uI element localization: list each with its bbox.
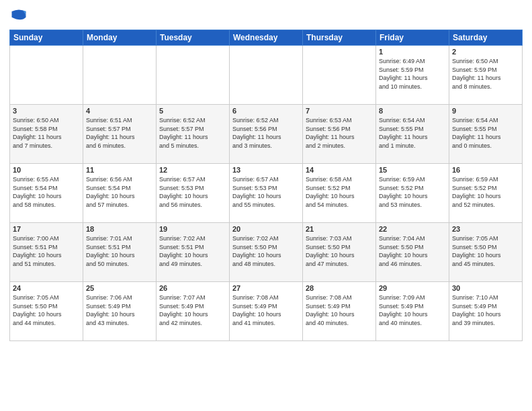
calendar-cell: 26Sunrise: 7:07 AM Sunset: 5:49 PM Dayli… bbox=[157, 282, 230, 341]
day-number: 13 bbox=[232, 166, 300, 174]
day-number: 19 bbox=[159, 225, 226, 233]
day-info: Sunrise: 6:56 AM Sunset: 5:54 PM Dayligh… bbox=[86, 175, 153, 209]
calendar-cell: 3Sunrise: 6:50 AM Sunset: 5:58 PM Daylig… bbox=[10, 105, 83, 164]
weekday-header-wednesday: Wednesday bbox=[230, 30, 303, 46]
day-info: Sunrise: 7:00 AM Sunset: 5:51 PM Dayligh… bbox=[13, 234, 80, 268]
calendar-cell bbox=[157, 46, 230, 105]
day-info: Sunrise: 6:54 AM Sunset: 5:55 PM Dayligh… bbox=[452, 116, 519, 150]
calendar-cell: 2Sunrise: 6:50 AM Sunset: 5:59 PM Daylig… bbox=[449, 46, 523, 105]
day-info: Sunrise: 6:52 AM Sunset: 5:56 PM Dayligh… bbox=[232, 116, 300, 150]
calendar-cell: 22Sunrise: 7:04 AM Sunset: 5:50 PM Dayli… bbox=[376, 223, 449, 282]
day-number: 3 bbox=[13, 107, 80, 115]
day-info: Sunrise: 6:58 AM Sunset: 5:52 PM Dayligh… bbox=[306, 175, 373, 209]
day-number: 12 bbox=[159, 166, 226, 174]
day-number: 11 bbox=[86, 166, 153, 174]
weekday-header-row: SundayMondayTuesdayWednesdayThursdayFrid… bbox=[10, 30, 523, 46]
day-info: Sunrise: 6:53 AM Sunset: 5:56 PM Dayligh… bbox=[306, 116, 373, 150]
calendar-cell: 7Sunrise: 6:53 AM Sunset: 5:56 PM Daylig… bbox=[303, 105, 376, 164]
day-info: Sunrise: 7:01 AM Sunset: 5:51 PM Dayligh… bbox=[86, 234, 153, 268]
day-info: Sunrise: 6:59 AM Sunset: 5:52 PM Dayligh… bbox=[379, 175, 446, 209]
calendar-cell: 11Sunrise: 6:56 AM Sunset: 5:54 PM Dayli… bbox=[83, 164, 157, 223]
calendar-cell bbox=[230, 46, 303, 105]
calendar-cell: 21Sunrise: 7:03 AM Sunset: 5:50 PM Dayli… bbox=[303, 223, 376, 282]
weekday-header-saturday: Saturday bbox=[449, 30, 523, 46]
day-number: 30 bbox=[452, 284, 519, 292]
calendar-cell: 16Sunrise: 6:59 AM Sunset: 5:52 PM Dayli… bbox=[449, 164, 523, 223]
calendar-cell: 1Sunrise: 6:49 AM Sunset: 5:59 PM Daylig… bbox=[376, 46, 449, 105]
calendar-cell bbox=[303, 46, 376, 105]
calendar-cell: 29Sunrise: 7:09 AM Sunset: 5:49 PM Dayli… bbox=[376, 282, 449, 341]
calendar-cell: 5Sunrise: 6:52 AM Sunset: 5:57 PM Daylig… bbox=[157, 105, 230, 164]
page: SundayMondayTuesdayWednesdayThursdayFrid… bbox=[0, 0, 532, 348]
day-number: 29 bbox=[379, 284, 446, 292]
calendar-cell: 24Sunrise: 7:05 AM Sunset: 5:50 PM Dayli… bbox=[10, 282, 83, 341]
calendar-cell: 30Sunrise: 7:10 AM Sunset: 5:49 PM Dayli… bbox=[449, 282, 523, 341]
calendar-cell: 18Sunrise: 7:01 AM Sunset: 5:51 PM Dayli… bbox=[83, 223, 157, 282]
calendar-cell: 14Sunrise: 6:58 AM Sunset: 5:52 PM Dayli… bbox=[303, 164, 376, 223]
day-number: 7 bbox=[306, 107, 373, 115]
day-number: 14 bbox=[306, 166, 373, 174]
day-number: 27 bbox=[232, 284, 300, 292]
day-info: Sunrise: 7:09 AM Sunset: 5:49 PM Dayligh… bbox=[379, 293, 446, 327]
header bbox=[9, 7, 523, 26]
day-info: Sunrise: 7:02 AM Sunset: 5:50 PM Dayligh… bbox=[232, 234, 300, 268]
calendar-cell: 23Sunrise: 7:05 AM Sunset: 5:50 PM Dayli… bbox=[449, 223, 523, 282]
weekday-header-sunday: Sunday bbox=[10, 30, 83, 46]
calendar-row-3: 17Sunrise: 7:00 AM Sunset: 5:51 PM Dayli… bbox=[10, 223, 523, 282]
day-info: Sunrise: 6:52 AM Sunset: 5:57 PM Dayligh… bbox=[159, 116, 226, 150]
day-number: 15 bbox=[379, 166, 446, 174]
day-number: 28 bbox=[306, 284, 373, 292]
calendar-cell: 28Sunrise: 7:08 AM Sunset: 5:49 PM Dayli… bbox=[303, 282, 376, 341]
day-info: Sunrise: 7:08 AM Sunset: 5:49 PM Dayligh… bbox=[306, 293, 373, 327]
day-number: 4 bbox=[86, 107, 153, 115]
day-info: Sunrise: 6:49 AM Sunset: 5:59 PM Dayligh… bbox=[379, 57, 446, 91]
calendar-row-1: 3Sunrise: 6:50 AM Sunset: 5:58 PM Daylig… bbox=[10, 105, 523, 164]
calendar-cell: 10Sunrise: 6:55 AM Sunset: 5:54 PM Dayli… bbox=[10, 164, 83, 223]
calendar-row-2: 10Sunrise: 6:55 AM Sunset: 5:54 PM Dayli… bbox=[10, 164, 523, 223]
day-info: Sunrise: 6:51 AM Sunset: 5:57 PM Dayligh… bbox=[86, 116, 153, 150]
day-number: 23 bbox=[452, 225, 519, 233]
day-info: Sunrise: 7:03 AM Sunset: 5:50 PM Dayligh… bbox=[306, 234, 373, 268]
calendar-cell: 9Sunrise: 6:54 AM Sunset: 5:55 PM Daylig… bbox=[449, 105, 523, 164]
calendar-cell: 20Sunrise: 7:02 AM Sunset: 5:50 PM Dayli… bbox=[230, 223, 303, 282]
day-info: Sunrise: 6:57 AM Sunset: 5:53 PM Dayligh… bbox=[159, 175, 226, 209]
calendar-cell bbox=[83, 46, 157, 105]
calendar-row-4: 24Sunrise: 7:05 AM Sunset: 5:50 PM Dayli… bbox=[10, 282, 523, 341]
calendar-cell bbox=[10, 46, 83, 105]
day-number: 16 bbox=[452, 166, 519, 174]
day-info: Sunrise: 7:10 AM Sunset: 5:49 PM Dayligh… bbox=[452, 293, 519, 327]
day-info: Sunrise: 6:55 AM Sunset: 5:54 PM Dayligh… bbox=[13, 175, 80, 209]
day-number: 2 bbox=[452, 48, 519, 56]
weekday-header-monday: Monday bbox=[83, 30, 157, 46]
day-info: Sunrise: 7:06 AM Sunset: 5:49 PM Dayligh… bbox=[86, 293, 153, 327]
day-info: Sunrise: 7:04 AM Sunset: 5:50 PM Dayligh… bbox=[379, 234, 446, 268]
day-number: 17 bbox=[13, 225, 80, 233]
logo bbox=[9, 7, 31, 26]
day-number: 10 bbox=[13, 166, 80, 174]
day-number: 6 bbox=[232, 107, 300, 115]
day-info: Sunrise: 7:07 AM Sunset: 5:49 PM Dayligh… bbox=[159, 293, 226, 327]
weekday-header-thursday: Thursday bbox=[303, 30, 376, 46]
day-number: 8 bbox=[379, 107, 446, 115]
day-number: 26 bbox=[159, 284, 226, 292]
day-info: Sunrise: 7:08 AM Sunset: 5:49 PM Dayligh… bbox=[232, 293, 300, 327]
day-number: 1 bbox=[379, 48, 446, 56]
day-info: Sunrise: 7:05 AM Sunset: 5:50 PM Dayligh… bbox=[452, 234, 519, 268]
day-number: 5 bbox=[159, 107, 226, 115]
day-number: 21 bbox=[306, 225, 373, 233]
day-number: 9 bbox=[452, 107, 519, 115]
day-number: 25 bbox=[86, 284, 153, 292]
calendar-cell: 13Sunrise: 6:57 AM Sunset: 5:53 PM Dayli… bbox=[230, 164, 303, 223]
weekday-header-friday: Friday bbox=[376, 30, 449, 46]
day-info: Sunrise: 7:05 AM Sunset: 5:50 PM Dayligh… bbox=[13, 293, 80, 327]
calendar-cell: 4Sunrise: 6:51 AM Sunset: 5:57 PM Daylig… bbox=[83, 105, 157, 164]
day-info: Sunrise: 6:50 AM Sunset: 5:59 PM Dayligh… bbox=[452, 57, 519, 91]
calendar-cell: 8Sunrise: 6:54 AM Sunset: 5:55 PM Daylig… bbox=[376, 105, 449, 164]
calendar-cell: 12Sunrise: 6:57 AM Sunset: 5:53 PM Dayli… bbox=[157, 164, 230, 223]
logo-icon bbox=[9, 7, 28, 26]
day-info: Sunrise: 6:57 AM Sunset: 5:53 PM Dayligh… bbox=[232, 175, 300, 209]
day-info: Sunrise: 6:50 AM Sunset: 5:58 PM Dayligh… bbox=[13, 116, 80, 150]
weekday-header-tuesday: Tuesday bbox=[157, 30, 230, 46]
day-info: Sunrise: 6:54 AM Sunset: 5:55 PM Dayligh… bbox=[379, 116, 446, 150]
day-info: Sunrise: 7:02 AM Sunset: 5:51 PM Dayligh… bbox=[159, 234, 226, 268]
